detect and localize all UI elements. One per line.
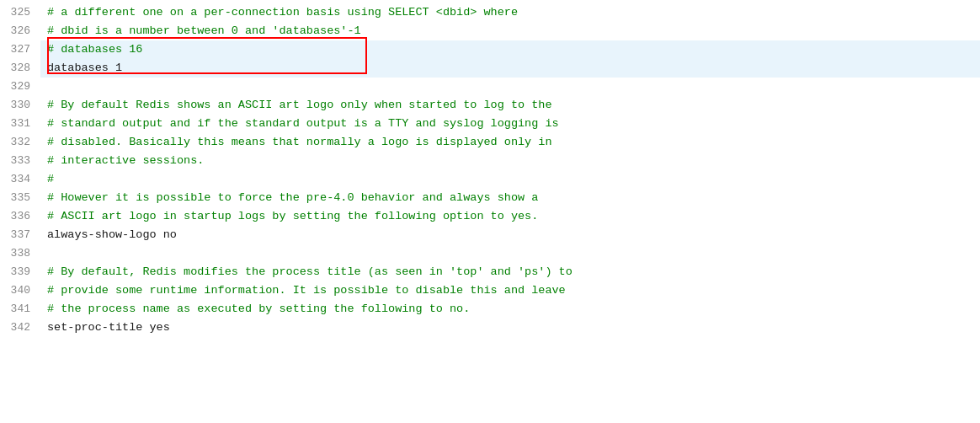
line-number: 327 [0,40,40,59]
code-line: 330# By default Redis shows an ASCII art… [0,96,980,115]
code-line: 338 [0,244,980,263]
code-editor: 325# a different one on a per-connection… [0,0,980,423]
line-content: # standard output and if the standard ou… [40,115,980,133]
line-number: 340 [0,281,40,300]
code-line: 333# interactive sessions. [0,152,980,170]
code-line: 329 [0,78,980,96]
line-content: # the process name as executed by settin… [40,300,980,319]
line-content: # By default Redis shows an ASCII art lo… [40,96,980,115]
line-number: 325 [0,3,40,22]
line-content: # By default, Redis modifies the process… [40,263,980,281]
code-line: 341# the process name as executed by set… [0,300,980,319]
code-line: 342set-proc-title yes [0,319,980,337]
line-content: # a different one on a per-connection ba… [40,3,980,22]
line-content [40,244,980,263]
line-content: # provide some runtime information. It i… [40,281,980,300]
line-content: always-show-logo no [40,226,980,244]
line-content: # However it is possible to force the pr… [40,189,980,207]
line-number: 332 [0,133,40,152]
code-line: 337always-show-logo no [0,226,980,244]
code-line: 327# databases 16 [0,40,980,59]
code-line: 339# By default, Redis modifies the proc… [0,263,980,281]
line-number: 329 [0,78,40,96]
line-content: # dbid is a number between 0 and 'databa… [40,22,980,40]
line-content: # disabled. Basically this means that no… [40,133,980,152]
line-number: 341 [0,300,40,319]
code-line: 328databases 1 [0,59,980,78]
line-content [40,78,980,96]
code-line: 340# provide some runtime information. I… [0,281,980,300]
code-line: 336# ASCII art logo in startup logs by s… [0,207,980,226]
line-number: 339 [0,263,40,281]
line-content: set-proc-title yes [40,319,980,337]
line-number: 337 [0,226,40,244]
line-number: 342 [0,319,40,337]
line-content: databases 1 [40,59,980,78]
line-number: 334 [0,170,40,189]
line-number: 333 [0,152,40,170]
line-content: # ASCII art logo in startup logs by sett… [40,207,980,226]
line-number: 335 [0,189,40,207]
line-number: 326 [0,22,40,40]
line-number: 338 [0,244,40,263]
code-line: 325# a different one on a per-connection… [0,3,980,22]
code-line: 326# dbid is a number between 0 and 'dat… [0,22,980,40]
line-number: 336 [0,207,40,226]
code-line: 332# disabled. Basically this means that… [0,133,980,152]
line-content: # [40,170,980,189]
line-number: 328 [0,59,40,78]
line-number: 331 [0,115,40,133]
line-content: # databases 16 [40,40,980,59]
code-line: 331# standard output and if the standard… [0,115,980,133]
code-line: 335# However it is possible to force the… [0,189,980,207]
code-line: 334# [0,170,980,189]
line-content: # interactive sessions. [40,152,980,170]
line-number: 330 [0,96,40,115]
